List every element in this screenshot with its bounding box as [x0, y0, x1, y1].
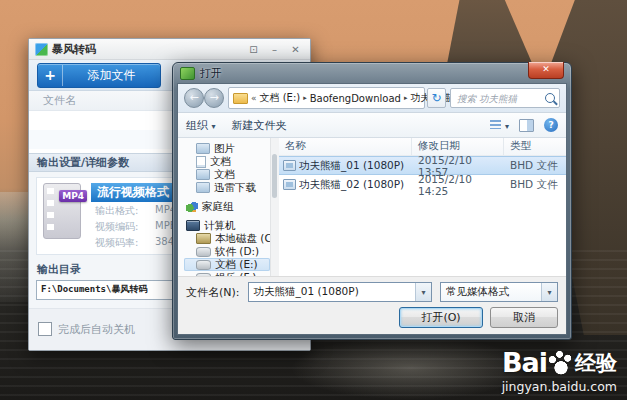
sidebar-label: 软件 (D:): [215, 245, 259, 259]
sidebar-label: 文档: [214, 168, 235, 182]
file-type: BHD 文件: [504, 159, 566, 173]
document-icon: [196, 156, 206, 168]
cancel-button[interactable]: 取消: [490, 307, 558, 328]
search-box[interactable]: [450, 88, 560, 108]
column-header-type[interactable]: 类型: [504, 138, 566, 155]
auto-shutdown-label: 完成后自动关机: [58, 322, 135, 337]
views-button[interactable]: ▾: [490, 119, 509, 132]
add-file-button[interactable]: + 添加文件: [37, 63, 161, 88]
filename-column-header: 文件名: [43, 93, 76, 108]
open-button[interactable]: 打开(O): [399, 307, 483, 328]
crumb-separator-icon: ▸: [404, 94, 408, 102]
wallpaper-reflection: [290, 336, 530, 400]
mp4-film-icon: MP4: [43, 183, 81, 239]
open-dialog: 打开 ✕ ← → « 文档 (E:) ▸ BaofengDownload ▸ 功…: [172, 62, 572, 340]
param-label: 视频码率:: [95, 236, 149, 250]
breadcrumb-drive[interactable]: 文档 (E:): [260, 91, 301, 105]
address-bar[interactable]: « 文档 (E:) ▸ BaofengDownload ▸ 功夫熊猫 ▾: [228, 87, 425, 109]
sidebar-item-computer[interactable]: 计算机: [184, 219, 270, 232]
chevrons-icon[interactable]: «: [251, 93, 257, 103]
dialog-title: 打开: [200, 66, 222, 81]
app-menu-button[interactable]: ⊡: [245, 43, 262, 56]
sidebar-item-drive-e[interactable]: 文档 (E:): [184, 258, 270, 271]
baidu-logo-text: Bai: [502, 347, 547, 378]
sidebar-label: 本地磁盘 (C:): [215, 232, 270, 246]
chevron-down-icon: ▾: [212, 122, 216, 131]
scrollbar-thumb[interactable]: [272, 154, 277, 198]
file-type: BHD 文件: [504, 178, 566, 192]
baidu-jingyan-text: 经验: [575, 349, 617, 377]
baidu-watermark: Bai 经验 jingyan.baidu.com: [502, 347, 617, 394]
forward-button[interactable]: →: [204, 88, 224, 108]
preview-pane-button[interactable]: [519, 119, 534, 132]
bhd-file-icon: [283, 179, 296, 190]
toolbar-right-icons: ▾ ?: [490, 118, 558, 132]
sidebar-item-pictures[interactable]: 图片: [184, 142, 270, 155]
add-file-label: 添加文件: [63, 67, 160, 84]
sidebar-label: 图片: [214, 142, 235, 156]
sidebar-label: 计算机: [204, 219, 236, 233]
sidebar-label: 家庭组: [202, 200, 234, 214]
dialog-buttons: 打开(O) 取消: [186, 307, 558, 328]
drive-icon: [196, 260, 211, 270]
sidebar-item-documents-2[interactable]: 文档: [184, 168, 270, 181]
filename-row: 文件名(N): 功夫熊猫_01 (1080P) ▾ 常见媒体格式 ▾: [186, 282, 558, 302]
search-input[interactable]: [455, 92, 545, 105]
column-header-date[interactable]: 修改日期: [412, 138, 504, 155]
baidu-logo-row: Bai 经验: [502, 347, 617, 378]
organize-menu[interactable]: 组织 ▾: [186, 118, 216, 133]
library-icon: [196, 143, 210, 154]
sidebar-item-documents[interactable]: 文档: [184, 155, 270, 168]
new-folder-button[interactable]: 新建文件夹: [232, 118, 287, 133]
filename-combobox[interactable]: 功夫熊猫_01 (1080P) ▾: [248, 282, 432, 302]
dialog-close-button[interactable]: ✕: [528, 62, 564, 79]
desktop: 暴风转码 ⊡ – ✕ + 添加文件 文件名 输出设置/详细参数 MP4 流行视频…: [0, 0, 627, 400]
sidebar-label: 文档: [210, 155, 231, 169]
param-label: 视频编码:: [95, 220, 149, 234]
filetype-combobox[interactable]: 常见媒体格式 ▾: [440, 282, 558, 302]
app-close-button[interactable]: ✕: [287, 43, 304, 56]
command-toolbar: 组织 ▾ 新建文件夹 ▾ ?: [178, 113, 566, 138]
chevron-down-icon[interactable]: ▾: [541, 283, 557, 301]
column-header-name[interactable]: 名称: [279, 138, 412, 155]
computer-icon: [186, 220, 200, 231]
file-date: 2015/2/10 14:25: [412, 173, 504, 197]
dialog-bottom-bar: 文件名(N): 功夫熊猫_01 (1080P) ▾ 常见媒体格式 ▾ 打开(O)…: [178, 276, 566, 334]
baidu-paw-icon: [549, 351, 573, 375]
dialog-titlebar[interactable]: 打开 ✕: [177, 63, 567, 83]
app-minimize-button[interactable]: –: [266, 43, 283, 56]
views-icon: [490, 120, 501, 129]
homegroup-icon: [186, 202, 198, 212]
sidebar-item-homegroup[interactable]: 家庭组: [184, 200, 270, 213]
breadcrumb-folder[interactable]: BaofengDownload: [310, 93, 401, 104]
auto-shutdown-checkbox[interactable]: [38, 322, 52, 336]
app-titlebar[interactable]: 暴风转码 ⊡ – ✕: [29, 39, 310, 60]
sidebar-item-drive-c[interactable]: 本地磁盘 (C:): [184, 232, 270, 245]
drive-icon: [196, 247, 211, 257]
sidebar-item-drive-d[interactable]: 软件 (D:): [184, 245, 270, 258]
back-button[interactable]: ←: [184, 88, 204, 108]
param-label: 输出格式:: [95, 204, 149, 218]
help-button[interactable]: ?: [544, 118, 558, 132]
bhd-file-icon: [283, 160, 296, 171]
chevron-down-icon[interactable]: ▾: [415, 283, 431, 301]
dialog-content: 图片 文档 文档 迅雷下载 家庭组 计算机 本地磁盘 (C:) 软件 (D:) …: [178, 138, 566, 276]
library-icon: [196, 169, 210, 180]
file-row[interactable]: 功夫熊猫_02 (1080P) 2015/2/10 14:25 BHD 文件: [279, 175, 566, 194]
filename-label: 文件名(N):: [186, 285, 240, 300]
search-icon: [545, 93, 555, 103]
baidu-url: jingyan.baidu.com: [502, 379, 617, 394]
filetype-value: 常见媒体格式: [446, 285, 509, 299]
navigation-pane: 图片 文档 文档 迅雷下载 家庭组 计算机 本地磁盘 (C:) 软件 (D:) …: [178, 138, 270, 276]
sidebar-label: 迅雷下载: [214, 181, 256, 195]
mp4-badge: MP4: [59, 190, 87, 202]
sidebar-item-thunder-downloads[interactable]: 迅雷下载: [184, 181, 270, 194]
chevron-down-icon: ▾: [505, 122, 509, 131]
refresh-button[interactable]: ↻: [427, 88, 446, 108]
sidebar-scrollbar[interactable]: [270, 138, 279, 276]
app-logo-icon: [35, 43, 48, 56]
file-name: 功夫熊猫_01 (1080P): [299, 159, 412, 173]
plus-icon: +: [38, 65, 63, 86]
dialog-body: ← → « 文档 (E:) ▸ BaofengDownload ▸ 功夫熊猫 ▾…: [177, 83, 567, 335]
organize-label: 组织: [186, 119, 208, 132]
